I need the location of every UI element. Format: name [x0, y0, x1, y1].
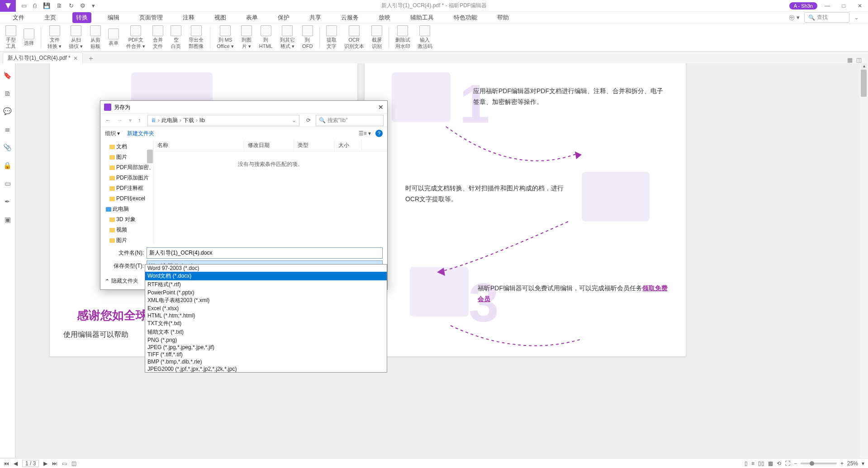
filetype-option[interactable]: PNG (*.png)	[145, 336, 387, 344]
collapse-icon[interactable]: ▴	[861, 63, 867, 70]
file-list[interactable]: 名称 修改日期 类型 大小 没有与搜索条件匹配的项。	[154, 140, 387, 245]
ribbon-button[interactable]: 从剪 贴板	[87, 24, 104, 51]
ribbon-button[interactable]: 空 白页	[168, 24, 184, 51]
zoom-slider[interactable]	[801, 463, 837, 464]
help-icon[interactable]: ?	[375, 130, 383, 137]
path-dropdown-icon[interactable]: ⌄	[292, 117, 296, 123]
dialog-title-bar[interactable]: 另存为 ✕	[100, 101, 387, 113]
tree-item[interactable]: 图片	[101, 235, 152, 245]
security-icon[interactable]: 🔒	[3, 161, 12, 170]
ribbon-button[interactable]: OCR 识别文本	[342, 24, 367, 51]
menu-帮助[interactable]: 帮助	[493, 12, 512, 23]
ribbon-button[interactable]: 文件 转换 ▾	[45, 24, 64, 51]
ribbon-button[interactable]: 合并 文件	[150, 24, 166, 51]
menu-文件[interactable]: 文件	[9, 12, 28, 23]
filetype-option[interactable]: RTF格式(*.rtf)	[145, 280, 387, 289]
ribbon-button[interactable]: 删除试 用水印	[393, 24, 413, 51]
user-badge[interactable]: A - Sh3n	[789, 2, 817, 9]
form-icon[interactable]: ▭	[5, 180, 11, 188]
new-folder-button[interactable]: 新建文件夹	[127, 130, 154, 137]
ribbon-button[interactable]: 手型 工具	[3, 24, 19, 51]
tree-item[interactable]: 视频	[101, 225, 152, 235]
tree-item[interactable]: 图片	[101, 152, 152, 162]
filetype-option[interactable]: JPEG2000 (*.jpf,*.jpx,*.jp2,*.j2k,*.jpc)	[145, 365, 387, 373]
view-single-icon[interactable]: ▯	[745, 460, 748, 467]
page-indicator[interactable]: 1 / 3	[22, 460, 39, 467]
last-page-icon[interactable]: ⏭	[52, 460, 57, 467]
path-segment[interactable]: lib	[199, 117, 205, 123]
menu-注释[interactable]: 注释	[179, 12, 198, 23]
rotate-icon[interactable]: ⟲	[777, 460, 781, 467]
menu-转换[interactable]: 转换	[72, 12, 91, 23]
ribbon-button[interactable]: 提取 文字	[323, 24, 340, 51]
maximize-button[interactable]: □	[837, 0, 850, 11]
bookmark-icon[interactable]: 🔖	[3, 71, 12, 80]
tree-item[interactable]: PDF局部加密、F	[101, 162, 152, 173]
tree-item[interactable]: 此电脑	[101, 204, 152, 214]
settings-icon[interactable]: ⚙	[80, 2, 85, 9]
tree-item[interactable]: 文档	[101, 142, 152, 152]
layers-icon[interactable]: ≣	[5, 125, 10, 133]
menu-保护[interactable]: 保护	[274, 12, 293, 23]
ribbon-button[interactable]: 到图 片 ▾	[238, 24, 255, 51]
nav-icon[interactable]: ◫	[71, 460, 76, 467]
nav-forward-icon[interactable]: →	[116, 117, 124, 123]
zoom-out-icon[interactable]: −	[794, 460, 797, 467]
dialog-search[interactable]: 🔍 搜索"lib"	[316, 115, 384, 126]
redo-icon[interactable]: ↻	[69, 2, 74, 9]
fullscreen-icon[interactable]: ⛶	[785, 460, 790, 467]
nav-icon[interactable]: ▭	[62, 460, 67, 467]
col-size[interactable]: 大小	[335, 140, 362, 151]
menu-云服务[interactable]: 云服务	[337, 12, 362, 23]
scrollbar-thumb[interactable]	[861, 70, 867, 97]
view-continuous-facing-icon[interactable]: ▦	[768, 460, 773, 467]
filetype-option[interactable]: Word 97-2003 (*.doc)	[145, 265, 387, 272]
path-breadcrumb[interactable]: 🖥 › 此电脑 › 下载 › lib ⌄	[147, 115, 299, 126]
path-segment[interactable]: 此电脑	[161, 117, 178, 124]
view-mode-icon[interactable]: ☰≡ ▾	[359, 130, 371, 137]
page-icon[interactable]: 🗎	[57, 2, 62, 9]
menu-辅助工具[interactable]: 辅助工具	[407, 12, 437, 23]
vertical-scrollbar[interactable]: ▴	[860, 63, 868, 458]
ribbon-button[interactable]: 到 OFD	[299, 24, 316, 51]
filetype-option[interactable]: HTML (*.htm;*.html)	[145, 312, 387, 319]
col-type[interactable]: 类型	[294, 140, 335, 151]
stamp-icon[interactable]: ▣	[5, 216, 11, 224]
ribbon-button[interactable]: 表单	[105, 24, 122, 51]
minimize-button[interactable]: —	[821, 0, 834, 11]
first-page-icon[interactable]: ⏮	[4, 460, 9, 467]
folder-open-icon[interactable]: ▭	[21, 2, 27, 9]
print-icon[interactable]: ⎙	[33, 2, 37, 9]
tree-item[interactable]: 3D 对象	[101, 214, 152, 225]
next-page-icon[interactable]: ▶	[43, 460, 47, 467]
menu-放映[interactable]: 放映	[375, 12, 394, 23]
menu-共享[interactable]: 共享	[306, 12, 325, 23]
filetype-option[interactable]: Excel (*.xlsx)	[145, 305, 387, 312]
menu-表单[interactable]: 表单	[242, 12, 261, 23]
ribbon-button[interactable]: 导出全 部图像	[186, 24, 206, 51]
filetype-option[interactable]: 辅助文本 (*.txt)	[145, 328, 387, 336]
folder-tree[interactable]: 文档图片PDF局部加密、FPDF添加图片PDF注释框PDF转excel此电脑3D…	[100, 140, 154, 245]
signature-icon[interactable]: ✒	[5, 198, 10, 206]
tree-scrollbar-thumb[interactable]	[147, 150, 153, 163]
menu-视图[interactable]: 视图	[211, 12, 230, 23]
filetype-option[interactable]: TIFF (*.tiff,*.tif)	[145, 351, 387, 358]
ribbon-button[interactable]: 从扫 描仪 ▾	[66, 24, 85, 51]
prev-page-icon[interactable]: ◀	[14, 460, 18, 467]
menu-主页[interactable]: 主页	[41, 12, 60, 23]
language-icon[interactable]: ㊥ ▾	[789, 14, 800, 22]
filetype-option[interactable]: XML电子表格2003 (*.xml)	[145, 296, 387, 305]
view-continuous-icon[interactable]: ≡	[751, 460, 754, 467]
menu-特色功能[interactable]: 特色功能	[450, 12, 481, 23]
menu-页面管理[interactable]: 页面管理	[136, 12, 166, 23]
view-facing-icon[interactable]: ▯▯	[758, 460, 764, 467]
filetype-option[interactable]: PowerPoint (*.pptx)	[145, 289, 387, 296]
close-button[interactable]: ✕	[854, 0, 866, 11]
ribbon-button[interactable]: 截屏 识别	[369, 24, 385, 51]
menu-编辑[interactable]: 编辑	[104, 12, 123, 23]
zoom-dropdown-icon[interactable]: ▾	[862, 460, 864, 467]
menu-overflow-icon[interactable]: ⌄	[854, 14, 859, 21]
nav-up-icon[interactable]: ↑	[137, 117, 142, 123]
ribbon-button[interactable]: 到其它 格式 ▾	[277, 24, 298, 51]
zoom-value[interactable]: 25%	[847, 460, 858, 467]
